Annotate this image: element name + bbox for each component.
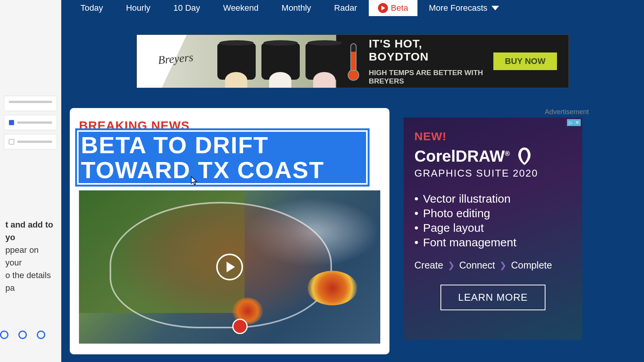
nav-radar[interactable]: Radar xyxy=(323,0,369,16)
video-play-button[interactable] xyxy=(216,254,243,280)
product-image xyxy=(217,43,344,80)
browser-panel-left: t and add to yo ppear on your o the deta… xyxy=(0,0,61,362)
nav-more-forecasts[interactable]: More Forecasts xyxy=(417,0,511,16)
balloon-icon xyxy=(515,146,534,167)
nav-weekend[interactable]: Weekend xyxy=(212,0,270,16)
placeholder-line xyxy=(9,101,52,103)
sidebar-ad[interactable]: ▷ ✕ NEW! CorelDRAW® GRAPHICS SUITE 2020 … xyxy=(404,118,582,340)
product-name: CorelDRAW® xyxy=(414,147,510,165)
hero-article-card[interactable]: BREAKING NEWS BETA TO DRIFT TOWARD TX CO… xyxy=(70,108,389,354)
page-dot[interactable] xyxy=(18,331,27,339)
sidebar-item-group: t and add to yo ppear on your o the deta… xyxy=(0,92,61,298)
sidebar-help-text: t and add to yo ppear on your o the deta… xyxy=(4,218,57,294)
feature-item: Font management xyxy=(414,235,572,250)
nav-monthly[interactable]: Monthly xyxy=(270,0,323,16)
ad-content-right: IT'S HOT, BOYDTON HIGH TEMPS ARE BETTER … xyxy=(336,35,568,88)
arrow-icon: ❯ xyxy=(499,260,506,270)
forecast-nav: Today Hourly 10 Day Weekend Monthly Rada… xyxy=(61,0,644,16)
nav-more-label: More Forecasts xyxy=(429,3,488,13)
feature-item: Vector illustration xyxy=(414,192,572,206)
placeholder-line xyxy=(17,121,52,124)
nav-beta[interactable]: Beta xyxy=(369,0,417,16)
feature-list: Vector illustration Photo editing Page l… xyxy=(414,192,572,250)
sidebar-box xyxy=(4,134,57,149)
brand-logo: Breyers xyxy=(158,51,194,67)
leaderboard-ad[interactable]: Breyers IT'S HOT, BOYDTON HIGH TEMPS ARE… xyxy=(136,34,569,88)
close-ad-icon[interactable]: ✕ xyxy=(574,119,581,126)
buy-now-button[interactable]: BUY NOW xyxy=(493,52,557,70)
right-rail: Advertisement ▷ ✕ NEW! CorelDRAW® GRAPHI… xyxy=(397,108,589,354)
headline-selection-box: BETA TO DRIFT TOWARD TX COAST xyxy=(75,128,370,187)
nav-beta-label: Beta xyxy=(391,3,408,13)
nav-hourly[interactable]: Hourly xyxy=(115,0,162,16)
product-suite: GRAPHICS SUITE 2020 xyxy=(414,167,572,179)
thermometer-icon xyxy=(348,43,359,80)
checkbox-icon xyxy=(9,139,14,144)
ad-image-left: Breyers xyxy=(137,35,336,88)
sidebar-box xyxy=(4,96,57,111)
advertisement-label: Advertisement xyxy=(397,108,589,116)
ad-headline: IT'S HOT, BOYDTON xyxy=(369,37,484,63)
learn-more-button[interactable]: LEARN MORE xyxy=(440,285,545,310)
page-main: Today Hourly 10 Day Weekend Monthly Rada… xyxy=(61,0,644,362)
page-dot[interactable] xyxy=(37,331,45,339)
arrow-icon: ❯ xyxy=(448,260,455,270)
nav-10day[interactable]: 10 Day xyxy=(162,0,212,16)
nav-today[interactable]: Today xyxy=(69,0,115,16)
sidebar-box xyxy=(4,115,57,130)
article-headline[interactable]: BETA TO DRIFT TOWARD TX COAST xyxy=(81,133,364,182)
adchoices-icon[interactable]: ▷ xyxy=(567,119,574,126)
tagline: Create ❯ Connect ❯ Complete xyxy=(414,260,572,271)
page-dot[interactable] xyxy=(0,331,8,339)
feature-item: Photo editing xyxy=(414,206,572,221)
placeholder-line xyxy=(17,141,52,143)
pagination-dots xyxy=(0,331,45,339)
hurricane-icon xyxy=(232,319,248,334)
chevron-down-icon xyxy=(491,6,499,10)
hero-video-thumbnail xyxy=(79,190,380,344)
ad-subheadline: HIGH TEMPS ARE BETTER WITH BREYERS xyxy=(369,69,484,85)
play-icon xyxy=(378,3,388,13)
cursor-icon xyxy=(190,176,198,188)
feature-item: Page layout xyxy=(414,221,572,235)
checkbox-icon xyxy=(9,120,14,125)
content-row: BREAKING NEWS BETA TO DRIFT TOWARD TX CO… xyxy=(70,108,636,354)
new-badge: NEW! xyxy=(414,130,572,143)
